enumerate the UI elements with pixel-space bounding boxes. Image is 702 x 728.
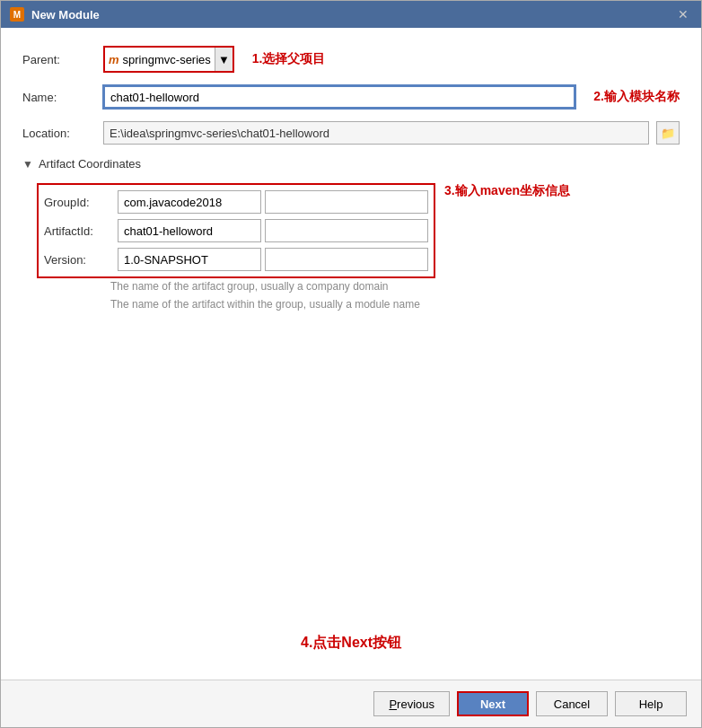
collapse-icon: ▼ [22,158,33,171]
maven-annotation: 3.输入maven坐标信息 [444,183,570,199]
location-input[interactable] [103,121,649,145]
cancel-button[interactable]: Cancel [536,691,608,716]
title-bar-left: M New Module [10,7,100,22]
help-button[interactable]: Help [615,691,687,716]
maven-icon: m [109,53,119,66]
groupid-label: GroupId: [44,196,118,209]
name-annotation: 2.输入模块名称 [593,89,680,105]
version-input-rest[interactable] [265,248,428,271]
parent-dropdown-value: springmvc-series [123,53,211,66]
step4-area: 4.点击Next按钮 [22,607,680,662]
parent-field: m springmvc-series ▼ 1.选择父项目 [103,46,680,73]
previous-label: Previous [389,697,434,711]
artifact-section-title: Artifact Coordinates [39,157,141,171]
groupid-hint: The name of the artifact group, usually … [110,280,680,293]
version-row: Version: [44,248,428,271]
name-label: Name: [22,91,103,104]
app-icon: M [10,7,24,22]
dialog-content: Parent: m springmvc-series ▼ 1.选择父项目 Nam… [1,28,701,680]
location-label: Location: [22,127,103,140]
artifact-section-header[interactable]: ▼ Artifact Coordinates [22,157,680,171]
app-icon-label: M [13,10,21,20]
dialog-title: New Module [31,8,100,22]
previous-button[interactable]: Previous [373,691,450,716]
version-label: Version: [44,253,118,267]
parent-annotation: 1.选择父项目 [252,51,326,67]
title-bar: M New Module ✕ [1,1,701,28]
next-button[interactable]: Next [457,691,529,716]
name-input[interactable] [103,85,575,109]
artifactid-input-rest[interactable] [265,219,428,242]
location-row: Location: 📁 [22,121,680,145]
new-module-dialog: M New Module ✕ Parent: m springmvc-serie… [0,0,702,728]
parent-dropdown[interactable]: m springmvc-series ▼ [103,46,234,73]
name-row: Name: 2.输入模块名称 [22,85,680,109]
groupid-row: GroupId: [44,190,428,214]
dialog-footer: Previous Next Cancel Help [1,680,701,727]
dropdown-arrow-icon[interactable]: ▼ [215,48,233,71]
maven-coords-box: GroupId: ArtifactId: Version: [37,183,435,278]
parent-label: Parent: [22,53,103,66]
groupid-input-rest[interactable] [265,190,428,214]
groupid-input[interactable] [118,190,261,214]
artifact-section: GroupId: ArtifactId: Version: [37,183,680,311]
artifactid-input[interactable] [118,219,261,242]
parent-row: Parent: m springmvc-series ▼ 1.选择父项目 [22,46,680,73]
groupid-area: GroupId: ArtifactId: Version: [37,183,680,278]
close-button[interactable]: ✕ [674,6,692,22]
artifactid-hint: The name of the artifact within the grou… [110,298,680,311]
step4-text: 4.点击Next按钮 [301,635,401,650]
name-field: 2.输入模块名称 [103,85,680,109]
artifactid-row: ArtifactId: [44,219,428,242]
version-input[interactable] [118,248,261,271]
folder-browse-button[interactable]: 📁 [656,121,680,145]
artifactid-label: ArtifactId: [44,224,118,238]
